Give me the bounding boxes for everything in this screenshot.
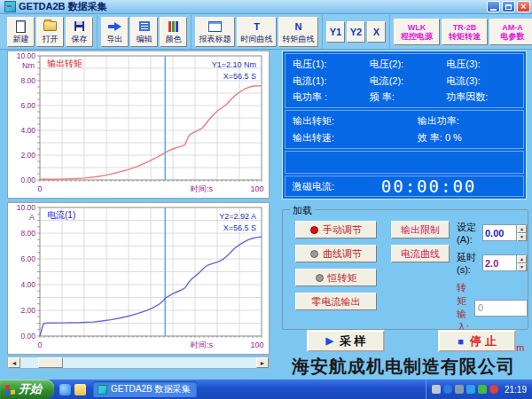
export-label: 导出 <box>107 34 123 45</box>
svg-text:0: 0 <box>37 184 42 193</box>
spin-up-icon[interactable]: ▲ <box>517 225 527 233</box>
color-bars-icon <box>168 21 178 32</box>
printer-icon[interactable] <box>432 385 441 394</box>
torque-input-field[interactable] <box>474 300 528 317</box>
new-button[interactable]: 新建 <box>7 17 35 47</box>
security-icon[interactable] <box>489 385 498 394</box>
windows-flag-icon <box>5 384 15 395</box>
frequency-label: 频 率: <box>370 90 447 104</box>
torque-speed-button[interactable]: TR-2B 转矩转速 <box>442 19 488 45</box>
edit-list-icon <box>139 21 150 31</box>
svg-text:Nm: Nm <box>22 61 35 70</box>
scroll-left-button[interactable]: ◄ <box>8 357 20 368</box>
system-tray: 21:19 <box>426 379 532 399</box>
delay-input[interactable] <box>483 255 516 270</box>
network-icon[interactable] <box>466 385 475 394</box>
power-supply-model: WLK <box>408 23 426 32</box>
open-folder-icon <box>43 21 57 31</box>
svg-text:2.00: 2.00 <box>20 151 35 160</box>
electric-power-label: 电功率 : <box>293 90 370 104</box>
elapsed-timer: 00:00:00 <box>334 176 523 196</box>
electric-params-label: 电参数 <box>501 32 525 41</box>
app-icon[interactable] <box>4 1 16 12</box>
set-current-label: 设定(A): <box>457 221 480 245</box>
company-banner: 海安航成机电制造有限公司 <box>275 354 532 379</box>
electrical-measurements: 电压(1): 电压(2): 电压(3): 电流(1): 电流(2): 电流(3)… <box>285 53 524 108</box>
report-title-label: 报表标题 <box>200 34 231 45</box>
svg-text:2.00: 2.00 <box>20 306 35 315</box>
radio-off-icon <box>316 274 324 282</box>
clock: 21:19 <box>505 385 527 395</box>
antivirus-icon[interactable] <box>478 385 487 394</box>
output-torque-label: 输出转矩: <box>293 114 418 128</box>
svg-text:10.00: 10.00 <box>17 203 36 212</box>
current-chart[interactable]: 10.008.006.004.002.000.00A0时间:s100电流(1)Y… <box>8 203 269 354</box>
manual-adjust-label: 手动调节 <box>323 223 362 237</box>
constant-torque-button[interactable]: 恒转矩 <box>295 269 377 286</box>
svg-text:X=56.5 S: X=56.5 S <box>223 223 256 232</box>
output-speed-label: 输出转速: <box>293 131 418 145</box>
y2-axis-button[interactable]: Y2 <box>347 21 365 43</box>
usb-icon[interactable] <box>455 385 464 394</box>
svg-text:X=56.5 S: X=56.5 S <box>223 72 256 81</box>
voltage1-label: 电压(1): <box>293 58 370 71</box>
svg-text:时间:s: 时间:s <box>191 184 214 193</box>
voltage2-label: 电压(2): <box>370 58 447 71</box>
stop-button[interactable]: ■ 停 止 <box>438 330 516 352</box>
spin-down-icon[interactable]: ▼ <box>517 233 527 241</box>
torque-speed-model: TR-2B <box>453 23 477 32</box>
scroll-right-button[interactable]: ► <box>256 357 269 368</box>
scrollbar-thumb[interactable] <box>38 357 63 368</box>
export-arrow-icon <box>114 22 121 31</box>
power-supply-button[interactable]: WLK 程控电源 <box>394 19 440 45</box>
browser-icon[interactable] <box>59 384 71 395</box>
report-title-button[interactable]: 报表标题 <box>195 17 235 47</box>
torque-curve-label: 转矩曲线 <box>283 34 315 45</box>
x-axis-button[interactable]: X <box>367 21 386 43</box>
torque-chart-panel[interactable]: 10.008.006.004.002.000.00Nm0时间:s100输出转矩Y… <box>7 51 270 199</box>
torque-curve-button[interactable]: N 转矩曲线 <box>278 17 318 47</box>
measurement-panel: 电压(1): 电压(2): 电压(3): 电流(1): 电流(2): 电流(3)… <box>282 51 527 200</box>
load-group-title: 加载 <box>290 204 315 217</box>
set-current-input[interactable] <box>483 225 516 240</box>
spin-up-icon[interactable]: ▲ <box>517 255 527 263</box>
color-button[interactable]: 颜色 <box>160 17 187 47</box>
taskbar-app-label: GETDA2B 数据采集 <box>111 383 190 395</box>
restore-button[interactable] <box>502 1 515 12</box>
folder-shortcut-icon[interactable] <box>74 384 86 395</box>
taskbar-app-button[interactable]: GETDA2B 数据采集 <box>93 381 197 397</box>
manual-adjust-button[interactable]: 手动调节 <box>295 221 377 239</box>
sample-button[interactable]: ▶ 采 样 <box>307 330 385 352</box>
report-window-icon <box>208 21 222 32</box>
stop-icon: ■ <box>458 336 464 347</box>
taskbar: 开始 GETDA2B 数据采集 21:19 <box>0 379 532 399</box>
edit-button[interactable]: 编辑 <box>130 17 158 47</box>
time-curve-button[interactable]: T 时间曲线 <box>237 17 277 47</box>
messenger-icon[interactable] <box>443 385 452 394</box>
excitation-timer-box: 激磁电流: 00:00:00 <box>285 176 524 197</box>
curve-adjust-button[interactable]: 曲线调节 <box>295 245 377 262</box>
minimize-button[interactable] <box>487 1 500 12</box>
sample-label: 采 样 <box>340 333 366 349</box>
zero-current-button[interactable]: 零电流输出 <box>295 293 377 310</box>
chart-horizontal-scrollbar[interactable]: ◄ ► <box>7 356 270 369</box>
radio-on-icon <box>310 226 318 234</box>
torque-chart[interactable]: 10.008.006.004.002.000.00Nm0时间:s100输出转矩Y… <box>8 51 269 198</box>
close-button[interactable]: × <box>517 1 530 12</box>
svg-text:0.00: 0.00 <box>20 332 35 340</box>
electric-params-button[interactable]: AM-A 电参数 <box>489 19 532 45</box>
output-limit-button[interactable]: 输出限制 <box>391 221 450 239</box>
save-button[interactable]: 保存 <box>66 17 93 47</box>
open-button[interactable]: 打开 <box>36 17 64 47</box>
start-button[interactable]: 开始 <box>0 379 54 399</box>
svg-text:10.00: 10.00 <box>17 51 36 60</box>
spin-down-icon[interactable]: ▼ <box>517 263 527 271</box>
current-chart-panel[interactable]: 10.008.006.004.002.000.00A0时间:s100电流(1)Y… <box>7 202 270 355</box>
y1-axis-button[interactable]: Y1 <box>326 21 345 43</box>
electric-params-model: AM-A <box>502 23 523 32</box>
excitation-current-label: 激磁电流: <box>293 180 334 193</box>
current-curve-button[interactable]: 电流曲线 <box>391 245 450 262</box>
export-button[interactable]: 导出 <box>101 17 129 47</box>
svg-text:A: A <box>29 213 35 222</box>
svg-text:8.00: 8.00 <box>20 229 35 238</box>
